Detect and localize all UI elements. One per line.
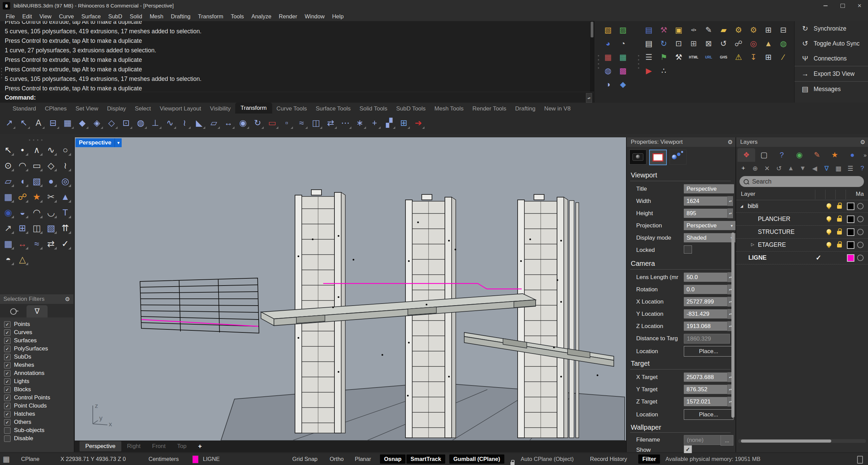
ribbon-tab[interactable]: Set View bbox=[71, 104, 103, 114]
symmetry-icon[interactable]: ⇄ bbox=[324, 116, 337, 129]
puzzle-icon[interactable]: ☍ bbox=[732, 37, 745, 50]
layer-row[interactable]: STRUCTURE bbox=[736, 226, 868, 239]
cplane-selector[interactable]: CPlane bbox=[21, 453, 39, 465]
viewport-page-button[interactable] bbox=[629, 150, 646, 165]
save-display-icon[interactable]: ⊠ bbox=[702, 37, 715, 50]
drag-icon[interactable]: ↖ bbox=[17, 116, 30, 129]
cam-z-field[interactable]: 1913.068 bbox=[684, 322, 729, 331]
shaded-cube-icon[interactable]: ▧ bbox=[602, 24, 614, 36]
lock-icon[interactable] bbox=[837, 231, 842, 235]
viewport-tab[interactable]: Top bbox=[171, 441, 192, 451]
search-input[interactable] bbox=[751, 178, 855, 186]
ribbon-tab[interactable]: Curve Tools bbox=[272, 104, 311, 114]
checkbox[interactable] bbox=[4, 362, 11, 368]
color-grid-icon[interactable]: ▩ bbox=[617, 65, 629, 77]
sliders-icon[interactable]: ☰ bbox=[643, 51, 655, 63]
maelstrom-icon[interactable]: ↻ bbox=[251, 116, 264, 129]
broom-icon[interactable]: ∕ bbox=[777, 51, 789, 63]
menu-item[interactable]: Render bbox=[275, 12, 301, 21]
flow-icon[interactable]: ≈ bbox=[30, 237, 43, 250]
filter-row[interactable]: Blocks bbox=[0, 385, 73, 394]
bulb-icon[interactable] bbox=[827, 216, 831, 221]
menu-item[interactable]: Solid bbox=[126, 12, 146, 21]
point-icon[interactable]: • bbox=[16, 143, 29, 156]
align-icon[interactable]: ⊟ bbox=[47, 116, 59, 129]
palette-grip[interactable] bbox=[638, 55, 640, 69]
crate-icon[interactable]: ⊞ bbox=[688, 37, 700, 50]
width-field[interactable]: 1624 bbox=[684, 196, 729, 206]
ribbon-tab[interactable]: Display bbox=[103, 104, 131, 114]
gear-icon[interactable] bbox=[65, 296, 70, 303]
text-document-icon[interactable]: ▤ bbox=[643, 37, 655, 50]
grid-snap-toggle[interactable]: Grid Snap bbox=[292, 453, 317, 465]
menu-item[interactable]: Window bbox=[301, 12, 328, 21]
arc-icon[interactable]: ◠ bbox=[16, 159, 29, 172]
array-along-curve-icon[interactable]: ⋯ bbox=[339, 116, 352, 129]
splop-icon[interactable]: ◉ bbox=[237, 116, 249, 129]
check-icon[interactable]: ✓ bbox=[59, 237, 72, 250]
scale-text-icon[interactable]: A bbox=[32, 116, 45, 129]
command-prompt[interactable]: Command: ▴▾ bbox=[0, 92, 594, 103]
save-window-icon[interactable]: ⊟ bbox=[777, 24, 789, 36]
menu-item[interactable]: Curve bbox=[55, 12, 78, 21]
bulb-icon[interactable] bbox=[827, 203, 831, 208]
checkbox[interactable] bbox=[4, 346, 11, 352]
checkbox[interactable] bbox=[4, 329, 11, 336]
filter-row[interactable]: PolySurfaces bbox=[0, 345, 73, 353]
cam-y-field[interactable]: -831.429 bbox=[684, 309, 729, 318]
connections-button[interactable]: Ψ Connections bbox=[795, 51, 868, 66]
curvature-surface-icon[interactable]: ◆ bbox=[617, 78, 629, 90]
move-left-icon[interactable]: ◀ bbox=[810, 163, 820, 173]
new-layer-icon[interactable]: + bbox=[738, 163, 748, 173]
filter-row[interactable]: Meshes bbox=[0, 361, 73, 369]
cleanup-bucket-icon[interactable]: ⚑ bbox=[658, 51, 670, 63]
menu-item[interactable]: Edit bbox=[19, 12, 36, 21]
select-arrow-icon[interactable]: ↖ bbox=[2, 143, 15, 156]
viewport-title-tab[interactable]: Perspective bbox=[75, 138, 122, 147]
viewport-tab[interactable]: Front bbox=[146, 441, 172, 451]
viewport-canvas[interactable]: z y x bbox=[75, 137, 626, 441]
flow-along-curve-icon[interactable]: ≈ bbox=[295, 116, 308, 129]
fillet-icon[interactable]: ◠ bbox=[30, 206, 43, 219]
smarttrack-toggle[interactable]: SmartTrack bbox=[406, 454, 445, 464]
split-icon[interactable]: ▲ bbox=[59, 190, 72, 203]
checkbox[interactable] bbox=[4, 386, 11, 393]
ribbon-tab[interactable]: New in V8 bbox=[540, 104, 575, 114]
layer-row[interactable]: bibli bbox=[736, 200, 868, 213]
target-y-field[interactable]: 876.352 bbox=[684, 385, 729, 394]
projection-dropdown[interactable]: Perspective bbox=[684, 221, 735, 230]
viewport-tab[interactable]: + bbox=[192, 441, 208, 452]
rotation-field[interactable]: 0.0 bbox=[684, 285, 729, 294]
html-icon[interactable]: HTML bbox=[688, 51, 700, 63]
texture-sphere-icon[interactable]: ◍ bbox=[602, 65, 614, 77]
lock-icon[interactable] bbox=[837, 218, 842, 222]
curve-icon[interactable]: ∿ bbox=[45, 143, 57, 156]
toggle-auto-sync-button[interactable]: ↺ Toggle Auto Sync bbox=[795, 36, 868, 51]
lock-icon[interactable] bbox=[837, 205, 842, 209]
spheres-page-button[interactable] bbox=[670, 150, 687, 165]
material-icon[interactable] bbox=[857, 203, 864, 209]
checkbox[interactable] bbox=[4, 411, 11, 417]
layer-color-swatch[interactable] bbox=[847, 203, 854, 210]
planar-toggle[interactable]: Planar bbox=[355, 453, 371, 465]
notes-icon[interactable]: ▤ bbox=[643, 24, 655, 36]
copy-icon[interactable]: ⊞ bbox=[16, 222, 29, 235]
menu-item[interactable]: Analyze bbox=[248, 12, 275, 21]
gear-icon[interactable] bbox=[860, 139, 865, 146]
display-mode-dropdown[interactable]: Shaded bbox=[684, 233, 735, 242]
mirror-icon[interactable]: ◫ bbox=[310, 116, 323, 129]
scrollbar-thumb[interactable] bbox=[591, 22, 593, 37]
grid-icon[interactable] bbox=[3, 453, 10, 465]
stretch-icon[interactable]: ↔ bbox=[222, 116, 235, 129]
layers-search[interactable] bbox=[740, 176, 864, 187]
exit-icon[interactable]: ➔ bbox=[412, 116, 425, 129]
circle-icon[interactable]: ○ bbox=[59, 143, 72, 156]
rectangle-icon[interactable]: ▭ bbox=[30, 159, 43, 172]
checkbox[interactable] bbox=[4, 419, 11, 426]
menu-item[interactable]: File bbox=[2, 12, 19, 21]
box-edit-icon[interactable]: ⊞ bbox=[397, 116, 410, 129]
lock-icon[interactable] bbox=[837, 244, 842, 247]
ribbon-tab[interactable]: Select bbox=[131, 104, 155, 114]
cam-x-field[interactable]: 25727.899 bbox=[684, 297, 729, 306]
ribbon-tab[interactable]: Render Tools bbox=[468, 104, 511, 114]
